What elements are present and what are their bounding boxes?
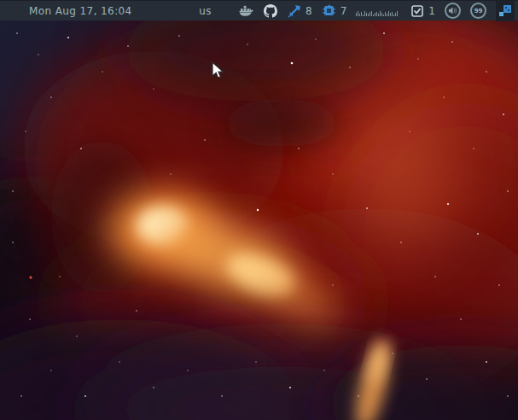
desktop-wallpaper	[0, 20, 518, 420]
blue-squares-icon[interactable]	[499, 4, 511, 17]
arrows-count: 8	[306, 5, 312, 17]
volume-control[interactable]	[445, 3, 461, 19]
activity-graph[interactable]	[356, 6, 400, 16]
speaker-icon	[448, 6, 457, 15]
github-icon[interactable]	[263, 3, 277, 18]
checkbox-icon	[410, 3, 424, 18]
battery-percent: 99	[474, 8, 483, 15]
bug-count: 7	[340, 5, 347, 17]
tray-section	[496, 1, 515, 21]
battery-indicator[interactable]: 99	[470, 3, 486, 19]
mouse-cursor	[212, 61, 227, 84]
todo-count: 1	[428, 5, 435, 17]
arrows-icon	[287, 3, 301, 18]
keyboard-layout-indicator[interactable]: us	[199, 5, 212, 17]
clock[interactable]: Mon Aug 17, 16:04	[29, 5, 132, 17]
docker-icon[interactable]	[239, 3, 253, 18]
nebula-art	[0, 20, 518, 420]
panel-widgets: us	[199, 1, 518, 20]
top-panel: Mon Aug 17, 16:04 us	[0, 0, 518, 20]
bug-icon	[322, 3, 336, 18]
arrows-badge[interactable]: 8	[287, 3, 312, 18]
desktop: Mon Aug 17, 16:04 us	[0, 0, 518, 420]
todo-counter[interactable]: 1	[410, 3, 435, 18]
bug-badge[interactable]: 7	[322, 3, 347, 18]
